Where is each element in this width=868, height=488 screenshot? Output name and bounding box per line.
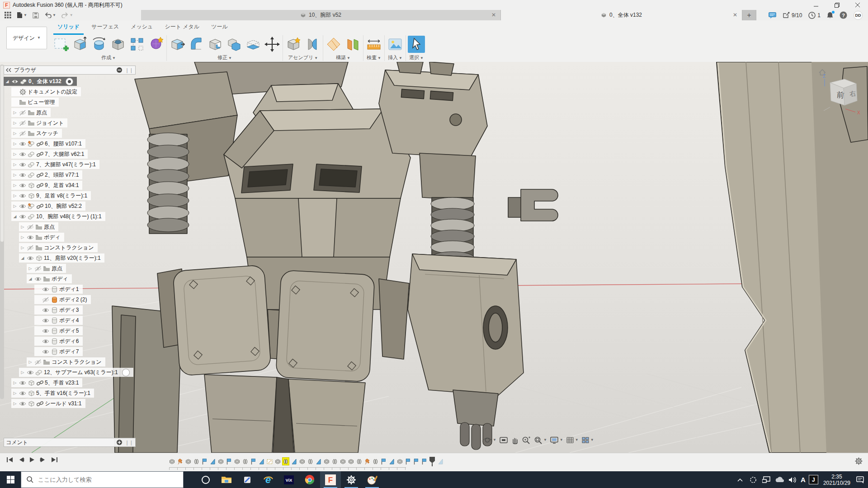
timeline-feature-mirror[interactable]: [193, 457, 200, 465]
taskbar-app-chrome[interactable]: [299, 471, 320, 488]
timeline-feature-component[interactable]: [233, 457, 241, 465]
browser-item[interactable]: ボディ1: [34, 285, 83, 294]
ribbon-tab-サーフェス[interactable]: サーフェス: [87, 22, 123, 35]
timeline-feature-flag[interactable]: [412, 457, 420, 465]
offset-face-icon[interactable]: [245, 36, 262, 53]
timeline-feature-component[interactable]: [217, 457, 224, 465]
browser-item[interactable]: ▷12、サブアーム v63(ミラー):1: [19, 368, 133, 377]
browser-item[interactable]: ◢ボディ: [27, 274, 72, 283]
notifications-bell-icon[interactable]: [827, 12, 833, 19]
comments-icon[interactable]: [769, 12, 776, 19]
expander-icon[interactable]: ▷: [12, 380, 18, 385]
browser-item[interactable]: ビュー管理: [11, 98, 59, 107]
expander-icon[interactable]: ▷: [12, 183, 18, 188]
expander-icon[interactable]: ▷: [12, 173, 18, 177]
document-tab-arm[interactable]: 10、腕部 v52 ✕: [141, 10, 501, 20]
visibility-eye-icon[interactable]: [19, 172, 26, 178]
timeline-feature-component[interactable]: [298, 457, 306, 465]
visibility-eye-icon[interactable]: [27, 370, 34, 375]
browser-item[interactable]: ▷原点: [11, 108, 51, 117]
extrude-icon[interactable]: [71, 36, 89, 53]
browser-item[interactable]: ▷ジョイント: [11, 118, 67, 127]
visibility-eye-icon[interactable]: [19, 162, 26, 168]
tray-chevron-up-icon[interactable]: [735, 478, 745, 482]
timeline-feature-component[interactable]: [347, 457, 354, 465]
new-component-icon[interactable]: [285, 36, 302, 53]
pattern-icon[interactable]: [128, 36, 146, 53]
visibility-eye-icon[interactable]: [42, 328, 49, 334]
browser-item[interactable]: ボディ5: [34, 326, 83, 335]
browser-item[interactable]: ▷原点: [19, 222, 58, 231]
expander-icon[interactable]: ▷: [20, 225, 25, 229]
visibility-eye-icon[interactable]: [19, 390, 26, 396]
combine-icon[interactable]: [226, 36, 243, 53]
comment-add-icon[interactable]: [116, 439, 123, 446]
select-icon[interactable]: [408, 36, 425, 53]
joint-icon[interactable]: [304, 36, 321, 53]
visibility-eye-icon[interactable]: [11, 79, 19, 84]
ribbon-group-label[interactable]: 挿入▼: [388, 54, 402, 61]
expander-icon[interactable]: ◢: [5, 79, 10, 84]
timeline-feature-component[interactable]: [323, 457, 330, 465]
browser-item[interactable]: ▷9、足首 v34:1: [11, 181, 82, 190]
shell-icon[interactable]: [207, 36, 224, 53]
timeline-feature-pin[interactable]: [176, 457, 184, 465]
browser-item[interactable]: ▷5、手首 v23:1: [11, 378, 82, 387]
visibility-eye-icon[interactable]: [42, 338, 49, 344]
fillet-icon[interactable]: [188, 36, 205, 53]
ribbon-group-label[interactable]: 作成▼: [101, 54, 116, 61]
taskbar-app-paint[interactable]: [362, 471, 382, 488]
timeline-feature-triangle[interactable]: [388, 457, 395, 465]
look-at-tool[interactable]: [499, 436, 508, 444]
browser-item[interactable]: ▷6、腰部 v107:1: [11, 139, 85, 148]
browser-item[interactable]: ▷2、頭部 v77:1: [11, 170, 82, 179]
form-icon[interactable]: [147, 36, 165, 53]
restore-button[interactable]: [826, 0, 847, 10]
construction-axis-icon[interactable]: [344, 36, 361, 53]
timeline-feature-pin[interactable]: [363, 457, 371, 465]
timeline-feature-component[interactable]: [339, 457, 346, 465]
visibility-eye-icon[interactable]: [42, 318, 49, 324]
redo-icon[interactable]: ▼: [60, 10, 75, 20]
visibility-eye-icon[interactable]: [19, 141, 26, 147]
tray-ime-mode[interactable]: A: [801, 476, 806, 483]
tray-speaker-icon[interactable]: [788, 477, 797, 483]
ribbon-tab-メッシュ[interactable]: メッシュ: [127, 22, 157, 35]
timeline-feature-triangle[interactable]: [209, 457, 216, 465]
view-cube[interactable]: 前 右 Z X: [816, 66, 863, 115]
browser-item[interactable]: ▷コンストラクション: [19, 243, 98, 252]
viewports-tool[interactable]: ▼: [581, 436, 594, 444]
visibility-eye-icon[interactable]: [27, 255, 34, 261]
visibility-eye-icon[interactable]: [27, 224, 34, 230]
taskbar-app-internet-explorer[interactable]: e: [258, 471, 278, 488]
ribbon-tab-ツール[interactable]: ツール: [207, 22, 232, 35]
visibility-eye-icon[interactable]: [34, 359, 42, 365]
ribbon-tab-シート メタル[interactable]: シート メタル: [160, 22, 203, 35]
taskbar-search[interactable]: [21, 471, 184, 488]
panel-grip[interactable]: ❘❘: [125, 440, 133, 446]
close-button[interactable]: [847, 0, 868, 10]
expander-icon[interactable]: ▷: [12, 401, 18, 406]
browser-item[interactable]: ◢10、腕部 v48(ミラー) (1):1: [11, 212, 105, 221]
taskbar-app-fusion-360[interactable]: F: [320, 471, 341, 488]
timeline-feature-flag[interactable]: [380, 457, 387, 465]
expander-icon[interactable]: ▷: [12, 204, 18, 208]
browser-item[interactable]: ◢11、肩部 v20(ミラー):1: [19, 253, 104, 263]
visibility-eye-icon[interactable]: [19, 151, 26, 157]
pan-tool[interactable]: [511, 436, 519, 444]
expander-icon[interactable]: ▷: [12, 110, 18, 115]
ribbon-group-label[interactable]: アセンブリ▼: [288, 54, 318, 61]
display-settings-tool[interactable]: ▼: [550, 436, 563, 444]
panel-minimize-icon[interactable]: [116, 67, 123, 73]
browser-item[interactable]: ボディ7: [34, 347, 83, 356]
timeline-feature-playhead[interactable]: [429, 457, 436, 465]
browser-item[interactable]: ▷スケッチ: [11, 129, 62, 138]
timeline-feature-mirror[interactable]: [331, 457, 338, 465]
visibility-eye-icon[interactable]: [19, 110, 26, 116]
browser-item[interactable]: ▷10、腕部 v52:2: [11, 202, 85, 211]
browser-item[interactable]: ▷コンストラクション: [27, 357, 105, 366]
expander-icon[interactable]: ▷: [12, 193, 18, 198]
expander-icon[interactable]: ▷: [12, 131, 18, 136]
clock-history-icon[interactable]: 1: [808, 12, 821, 19]
visibility-eye-icon[interactable]: [19, 131, 26, 136]
